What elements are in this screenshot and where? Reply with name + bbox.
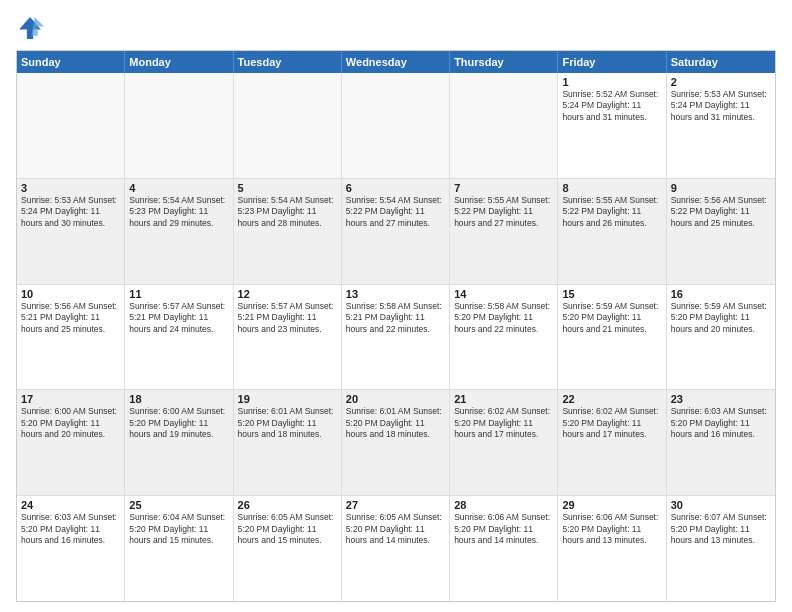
- day-cell-18: 18Sunrise: 6:00 AM Sunset: 5:20 PM Dayli…: [125, 390, 233, 495]
- calendar-row-1: 1Sunrise: 5:52 AM Sunset: 5:24 PM Daylig…: [17, 73, 775, 179]
- day-number: 26: [238, 499, 337, 511]
- day-number: 22: [562, 393, 661, 405]
- calendar-row-2: 3Sunrise: 5:53 AM Sunset: 5:24 PM Daylig…: [17, 179, 775, 285]
- day-info: Sunrise: 5:54 AM Sunset: 5:22 PM Dayligh…: [346, 195, 445, 229]
- day-number: 3: [21, 182, 120, 194]
- day-info: Sunrise: 5:56 AM Sunset: 5:22 PM Dayligh…: [671, 195, 771, 229]
- day-number: 5: [238, 182, 337, 194]
- day-cell-12: 12Sunrise: 5:57 AM Sunset: 5:21 PM Dayli…: [234, 285, 342, 390]
- day-cell-27: 27Sunrise: 6:05 AM Sunset: 5:20 PM Dayli…: [342, 496, 450, 601]
- day-number: 23: [671, 393, 771, 405]
- header-day-sunday: Sunday: [17, 51, 125, 73]
- day-cell-7: 7Sunrise: 5:55 AM Sunset: 5:22 PM Daylig…: [450, 179, 558, 284]
- logo-icon: [16, 14, 44, 42]
- header: [16, 10, 776, 42]
- day-cell-15: 15Sunrise: 5:59 AM Sunset: 5:20 PM Dayli…: [558, 285, 666, 390]
- day-info: Sunrise: 6:01 AM Sunset: 5:20 PM Dayligh…: [238, 406, 337, 440]
- calendar-header: SundayMondayTuesdayWednesdayThursdayFrid…: [17, 51, 775, 73]
- day-info: Sunrise: 6:07 AM Sunset: 5:20 PM Dayligh…: [671, 512, 771, 546]
- day-cell-17: 17Sunrise: 6:00 AM Sunset: 5:20 PM Dayli…: [17, 390, 125, 495]
- day-number: 28: [454, 499, 553, 511]
- header-day-saturday: Saturday: [667, 51, 775, 73]
- day-info: Sunrise: 6:06 AM Sunset: 5:20 PM Dayligh…: [454, 512, 553, 546]
- calendar-body: 1Sunrise: 5:52 AM Sunset: 5:24 PM Daylig…: [17, 73, 775, 601]
- day-info: Sunrise: 5:57 AM Sunset: 5:21 PM Dayligh…: [238, 301, 337, 335]
- day-cell-24: 24Sunrise: 6:03 AM Sunset: 5:20 PM Dayli…: [17, 496, 125, 601]
- day-number: 24: [21, 499, 120, 511]
- day-number: 19: [238, 393, 337, 405]
- day-cell-25: 25Sunrise: 6:04 AM Sunset: 5:20 PM Dayli…: [125, 496, 233, 601]
- day-number: 13: [346, 288, 445, 300]
- day-info: Sunrise: 5:54 AM Sunset: 5:23 PM Dayligh…: [129, 195, 228, 229]
- day-info: Sunrise: 6:01 AM Sunset: 5:20 PM Dayligh…: [346, 406, 445, 440]
- empty-cell: [17, 73, 125, 178]
- day-cell-8: 8Sunrise: 5:55 AM Sunset: 5:22 PM Daylig…: [558, 179, 666, 284]
- day-number: 6: [346, 182, 445, 194]
- day-number: 12: [238, 288, 337, 300]
- day-info: Sunrise: 6:06 AM Sunset: 5:20 PM Dayligh…: [562, 512, 661, 546]
- day-info: Sunrise: 6:03 AM Sunset: 5:20 PM Dayligh…: [671, 406, 771, 440]
- day-cell-21: 21Sunrise: 6:02 AM Sunset: 5:20 PM Dayli…: [450, 390, 558, 495]
- day-number: 29: [562, 499, 661, 511]
- day-cell-22: 22Sunrise: 6:02 AM Sunset: 5:20 PM Dayli…: [558, 390, 666, 495]
- day-info: Sunrise: 5:55 AM Sunset: 5:22 PM Dayligh…: [454, 195, 553, 229]
- empty-cell: [234, 73, 342, 178]
- day-cell-13: 13Sunrise: 5:58 AM Sunset: 5:21 PM Dayli…: [342, 285, 450, 390]
- day-info: Sunrise: 5:58 AM Sunset: 5:20 PM Dayligh…: [454, 301, 553, 335]
- day-info: Sunrise: 6:00 AM Sunset: 5:20 PM Dayligh…: [21, 406, 120, 440]
- day-cell-1: 1Sunrise: 5:52 AM Sunset: 5:24 PM Daylig…: [558, 73, 666, 178]
- day-cell-14: 14Sunrise: 5:58 AM Sunset: 5:20 PM Dayli…: [450, 285, 558, 390]
- day-info: Sunrise: 5:53 AM Sunset: 5:24 PM Dayligh…: [671, 89, 771, 123]
- day-number: 25: [129, 499, 228, 511]
- day-info: Sunrise: 6:04 AM Sunset: 5:20 PM Dayligh…: [129, 512, 228, 546]
- svg-marker-1: [32, 17, 44, 36]
- day-number: 16: [671, 288, 771, 300]
- day-info: Sunrise: 6:00 AM Sunset: 5:20 PM Dayligh…: [129, 406, 228, 440]
- day-number: 15: [562, 288, 661, 300]
- day-number: 4: [129, 182, 228, 194]
- day-number: 2: [671, 76, 771, 88]
- day-info: Sunrise: 5:58 AM Sunset: 5:21 PM Dayligh…: [346, 301, 445, 335]
- day-number: 1: [562, 76, 661, 88]
- day-cell-2: 2Sunrise: 5:53 AM Sunset: 5:24 PM Daylig…: [667, 73, 775, 178]
- day-cell-28: 28Sunrise: 6:06 AM Sunset: 5:20 PM Dayli…: [450, 496, 558, 601]
- day-cell-23: 23Sunrise: 6:03 AM Sunset: 5:20 PM Dayli…: [667, 390, 775, 495]
- day-number: 21: [454, 393, 553, 405]
- day-number: 17: [21, 393, 120, 405]
- page: SundayMondayTuesdayWednesdayThursdayFrid…: [0, 0, 792, 612]
- day-cell-20: 20Sunrise: 6:01 AM Sunset: 5:20 PM Dayli…: [342, 390, 450, 495]
- header-day-monday: Monday: [125, 51, 233, 73]
- day-number: 7: [454, 182, 553, 194]
- day-cell-9: 9Sunrise: 5:56 AM Sunset: 5:22 PM Daylig…: [667, 179, 775, 284]
- day-number: 11: [129, 288, 228, 300]
- day-cell-10: 10Sunrise: 5:56 AM Sunset: 5:21 PM Dayli…: [17, 285, 125, 390]
- day-number: 8: [562, 182, 661, 194]
- day-info: Sunrise: 6:03 AM Sunset: 5:20 PM Dayligh…: [21, 512, 120, 546]
- calendar-row-4: 17Sunrise: 6:00 AM Sunset: 5:20 PM Dayli…: [17, 390, 775, 496]
- day-cell-30: 30Sunrise: 6:07 AM Sunset: 5:20 PM Dayli…: [667, 496, 775, 601]
- calendar: SundayMondayTuesdayWednesdayThursdayFrid…: [16, 50, 776, 602]
- day-cell-4: 4Sunrise: 5:54 AM Sunset: 5:23 PM Daylig…: [125, 179, 233, 284]
- day-number: 14: [454, 288, 553, 300]
- day-info: Sunrise: 6:05 AM Sunset: 5:20 PM Dayligh…: [346, 512, 445, 546]
- day-info: Sunrise: 5:55 AM Sunset: 5:22 PM Dayligh…: [562, 195, 661, 229]
- empty-cell: [342, 73, 450, 178]
- header-day-friday: Friday: [558, 51, 666, 73]
- day-cell-16: 16Sunrise: 5:59 AM Sunset: 5:20 PM Dayli…: [667, 285, 775, 390]
- day-cell-26: 26Sunrise: 6:05 AM Sunset: 5:20 PM Dayli…: [234, 496, 342, 601]
- day-number: 20: [346, 393, 445, 405]
- day-cell-6: 6Sunrise: 5:54 AM Sunset: 5:22 PM Daylig…: [342, 179, 450, 284]
- day-number: 10: [21, 288, 120, 300]
- day-info: Sunrise: 5:59 AM Sunset: 5:20 PM Dayligh…: [562, 301, 661, 335]
- day-number: 9: [671, 182, 771, 194]
- day-cell-11: 11Sunrise: 5:57 AM Sunset: 5:21 PM Dayli…: [125, 285, 233, 390]
- day-number: 18: [129, 393, 228, 405]
- day-info: Sunrise: 5:57 AM Sunset: 5:21 PM Dayligh…: [129, 301, 228, 335]
- day-cell-19: 19Sunrise: 6:01 AM Sunset: 5:20 PM Dayli…: [234, 390, 342, 495]
- day-info: Sunrise: 5:56 AM Sunset: 5:21 PM Dayligh…: [21, 301, 120, 335]
- header-day-wednesday: Wednesday: [342, 51, 450, 73]
- day-cell-5: 5Sunrise: 5:54 AM Sunset: 5:23 PM Daylig…: [234, 179, 342, 284]
- day-number: 27: [346, 499, 445, 511]
- calendar-row-3: 10Sunrise: 5:56 AM Sunset: 5:21 PM Dayli…: [17, 285, 775, 391]
- day-info: Sunrise: 5:59 AM Sunset: 5:20 PM Dayligh…: [671, 301, 771, 335]
